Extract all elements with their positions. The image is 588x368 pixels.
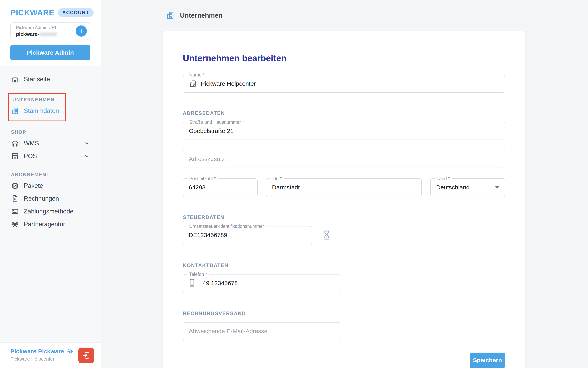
street-field[interactable]: Straße und Hausnummer * — [183, 122, 505, 140]
chevron-down-icon — [84, 140, 90, 146]
users-icon — [11, 220, 19, 228]
sidebar-item-rechnungen[interactable]: € Rechnungen — [0, 192, 101, 205]
address-extra-input[interactable] — [189, 150, 499, 168]
building-icon — [11, 107, 19, 115]
plus-icon — [78, 28, 84, 34]
sidebar-item-stammdaten[interactable]: Stammdaten — [9, 104, 65, 117]
admin-url-field[interactable]: Pickware Admin URL pickware- — [10, 22, 90, 39]
store-icon — [11, 152, 19, 160]
sidebar-item-label: Zahlungsmethode — [24, 208, 73, 215]
billing-email-field[interactable] — [183, 322, 340, 340]
chevron-down-icon — [84, 153, 90, 159]
invoice-euro-icon: € — [11, 195, 19, 203]
phone-input[interactable] — [199, 275, 334, 292]
admin-url-value: pickware- — [16, 31, 39, 37]
nav-section-abonnement: ABONNEMENT — [0, 172, 101, 177]
sidebar-item-partneragentur[interactable]: Partneragentur — [0, 218, 101, 231]
sidebar-item-label: Rechnungen — [24, 195, 59, 202]
sidebar: PICKWARE ACCOUNT Pickware Admin URL pick… — [0, 0, 101, 368]
phone-field-label: Telefon * — [187, 271, 209, 277]
sidebar-item-wms[interactable]: WMS — [0, 137, 101, 150]
home-icon — [11, 75, 19, 83]
admin-url-label: Pickware Admin URL — [16, 25, 57, 30]
page-title: Unternehmen — [180, 12, 223, 19]
nav-section-unternehmen: UNTERNEHMEN — [9, 97, 65, 102]
section-rechnungsversand: RECHNUNGSVERSAND — [183, 311, 505, 316]
vat-id-field[interactable]: Umsatzsteuer-Identifikationsnummer — [183, 226, 312, 244]
country-selected-value: Deutschland — [436, 184, 470, 191]
city-field-label: Ort * — [270, 176, 284, 181]
logout-icon — [82, 351, 90, 359]
vat-row: Umsatzsteuer-Identifikationsnummer — [183, 226, 505, 244]
section-adressdaten: ADRESSDATEN — [183, 110, 505, 116]
country-select-label: Land * — [435, 176, 452, 181]
nav-section-shop: SHOP — [0, 129, 101, 135]
dropdown-caret-icon — [495, 186, 499, 189]
brand: PICKWARE ACCOUNT — [10, 8, 90, 17]
pickware-admin-button[interactable]: Pickware Admin — [10, 45, 90, 60]
phone-field[interactable]: Telefon * — [183, 274, 340, 292]
package-check-icon — [11, 182, 19, 190]
gear-icon — [67, 348, 73, 355]
sidebar-header: PICKWARE ACCOUNT Pickware Admin URL pick… — [0, 0, 101, 66]
zip-city-country-row: Postleitzahl * Ort * Land * Deutschland — [183, 178, 505, 196]
svg-text:€: € — [14, 197, 16, 201]
add-shop-button[interactable] — [76, 25, 87, 37]
sidebar-nav: Startseite UNTERNEHMEN Stammdaten — [0, 66, 101, 343]
sidebar-footer: Pickware Pickware Pickware Helpcenter — [0, 343, 101, 368]
address-extra-field[interactable] — [183, 150, 505, 168]
account-badge: ACCOUNT — [58, 8, 94, 17]
company-edit-card: Unternehmen bearbeiten Name * ADRESSDATE… — [163, 31, 525, 368]
section-kontaktdaten: KONTAKTDATEN — [183, 262, 505, 268]
name-field[interactable]: Name * — [183, 75, 505, 93]
logout-button[interactable] — [79, 348, 94, 363]
redacted-url-part — [40, 32, 57, 36]
sidebar-item-label: WMS — [24, 140, 39, 147]
sidebar-item-label: Pakete — [24, 182, 43, 189]
vat-id-field-label: Umsatzsteuer-Identifikationsnummer — [187, 223, 266, 229]
sidebar-item-label: Stammdaten — [24, 107, 59, 115]
street-field-label: Straße und Hausnummer * — [187, 119, 246, 125]
name-field-label: Name * — [187, 72, 207, 78]
city-field[interactable]: Ort * — [266, 178, 422, 196]
zip-field-label: Postleitzahl * — [187, 176, 218, 181]
city-input[interactable] — [272, 179, 416, 196]
sidebar-item-label: Partneragentur — [24, 221, 65, 228]
pickware-logo: PICKWARE — [10, 8, 54, 17]
warehouse-icon — [11, 139, 19, 147]
pickware-account-app: PICKWARE ACCOUNT Pickware Admin URL pick… — [0, 0, 588, 368]
section-steuerdaten: STEUERDATEN — [183, 214, 505, 220]
name-input[interactable] — [201, 75, 499, 92]
mobile-phone-icon — [189, 278, 195, 288]
sidebar-item-label: POS — [24, 153, 37, 160]
billing-email-input[interactable] — [189, 322, 334, 340]
sidebar-item-startseite[interactable]: Startseite — [0, 73, 101, 86]
annotation-highlight-box: UNTERNEHMEN Stammdaten — [9, 93, 66, 121]
page-header: Unternehmen — [102, 0, 588, 31]
building-icon — [189, 80, 197, 88]
form-actions: Speichern — [183, 353, 505, 368]
hourglass-icon — [322, 230, 331, 241]
account-name: Pickware Pickware — [10, 348, 64, 355]
sidebar-item-label: Startseite — [24, 76, 50, 83]
save-button[interactable]: Speichern — [470, 353, 505, 368]
building-icon — [166, 11, 175, 20]
credit-card-icon — [11, 207, 19, 215]
sidebar-item-pos[interactable]: POS — [0, 150, 101, 163]
country-select[interactable]: Land * Deutschland — [430, 178, 505, 196]
zip-field[interactable]: Postleitzahl * — [183, 178, 258, 196]
sidebar-item-zahlungsmethode[interactable]: Zahlungsmethode — [0, 205, 101, 218]
form-title: Unternehmen bearbeiten — [183, 54, 505, 63]
sidebar-item-pakete[interactable]: Pakete — [0, 179, 101, 192]
